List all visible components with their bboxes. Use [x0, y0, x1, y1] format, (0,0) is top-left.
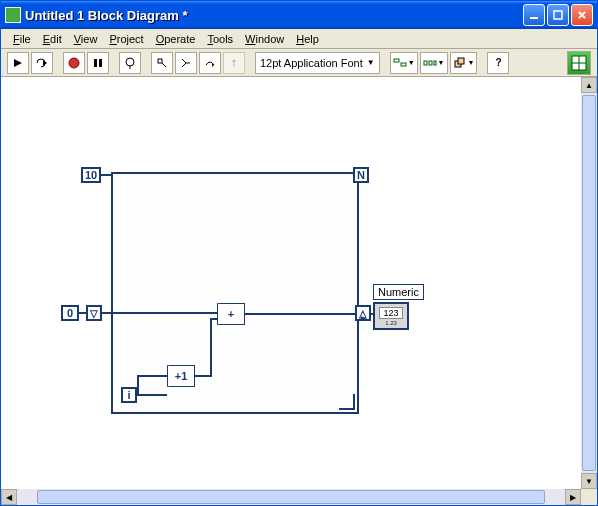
dropdown-arrow-icon: ▼: [468, 59, 475, 66]
svg-rect-8: [99, 59, 102, 67]
scroll-thumb[interactable]: [37, 490, 545, 504]
vertical-scrollbar[interactable]: ▲ ▼: [581, 77, 597, 489]
svg-rect-20: [429, 61, 432, 65]
scroll-corner: [581, 489, 597, 505]
wire[interactable]: [137, 375, 139, 395]
context-help-button[interactable]: ?: [487, 52, 509, 74]
retain-wire-values-button[interactable]: [151, 52, 173, 74]
reorder-button[interactable]: ▼: [450, 52, 478, 74]
svg-rect-0: [530, 17, 538, 19]
step-into-icon: [180, 57, 192, 69]
indicator-terminal[interactable]: 123 1.23: [373, 302, 409, 330]
application-window: Untitled 1 Block Diagram * File Edit Vie…: [0, 0, 598, 506]
maximize-icon: [553, 10, 563, 20]
pause-icon: [92, 57, 104, 69]
menu-operate[interactable]: Operate: [150, 31, 202, 47]
run-continuously-button[interactable]: [31, 52, 53, 74]
reorder-icon: [453, 57, 467, 69]
lightbulb-icon: [124, 57, 136, 69]
content-area: 10 N i 0 ▽ △ + +1 ▸ Numeric 123: [1, 77, 597, 505]
increment-node[interactable]: +1: [167, 365, 195, 387]
svg-marker-4: [14, 59, 22, 67]
distribute-icon: [423, 57, 437, 69]
toolbar: 12pt Application Font ▼ ▼ ▼ ▼ ?: [1, 49, 597, 77]
loop-count-constant[interactable]: 10: [81, 167, 101, 183]
loop-n-terminal[interactable]: N: [353, 167, 369, 183]
shift-register-init-constant[interactable]: 0: [61, 305, 79, 321]
menubar: File Edit View Project Operate Tools Win…: [1, 29, 597, 49]
add-node[interactable]: +: [217, 303, 245, 325]
svg-rect-23: [458, 58, 464, 64]
scroll-right-button[interactable]: ▶: [565, 489, 581, 505]
wire[interactable]: [102, 312, 217, 314]
svg-rect-21: [434, 61, 436, 65]
wire[interactable]: [210, 318, 212, 376]
highlight-execution-button[interactable]: [119, 52, 141, 74]
scroll-down-button[interactable]: ▼: [581, 473, 597, 489]
wire[interactable]: [137, 394, 167, 396]
step-into-button[interactable]: [175, 52, 197, 74]
scroll-track[interactable]: [17, 489, 565, 505]
menu-file[interactable]: File: [7, 31, 37, 47]
indicator-label[interactable]: Numeric: [373, 284, 424, 300]
titlebar[interactable]: Untitled 1 Block Diagram *: [1, 1, 597, 29]
app-icon: [5, 7, 21, 23]
minimize-button[interactable]: [523, 4, 545, 26]
menu-tools[interactable]: Tools: [201, 31, 239, 47]
wire[interactable]: [79, 312, 87, 314]
abort-button[interactable]: [63, 52, 85, 74]
menu-help[interactable]: Help: [290, 31, 325, 47]
svg-point-6: [69, 58, 79, 68]
maximize-button[interactable]: [547, 4, 569, 26]
vi-icon[interactable]: [567, 51, 591, 75]
scroll-up-button[interactable]: ▲: [581, 77, 597, 93]
wire[interactable]: [137, 375, 167, 377]
run-button[interactable]: [7, 52, 29, 74]
scroll-left-button[interactable]: ◀: [1, 489, 17, 505]
horizontal-scrollbar[interactable]: ◀ ▶: [1, 489, 581, 505]
for-loop-structure[interactable]: [111, 172, 359, 414]
probe-icon: [156, 57, 168, 69]
wire[interactable]: [244, 313, 356, 315]
step-out-icon: [228, 57, 240, 69]
align-objects-button[interactable]: ▼: [390, 52, 418, 74]
font-label: 12pt Application Font: [260, 57, 363, 69]
loop-i-terminal[interactable]: i: [121, 387, 137, 403]
step-over-button[interactable]: [199, 52, 221, 74]
scroll-thumb[interactable]: [582, 95, 596, 471]
svg-rect-11: [158, 59, 162, 63]
indicator-subvalue: 1.23: [385, 320, 397, 326]
svg-marker-16: [232, 59, 236, 62]
svg-rect-18: [401, 63, 406, 66]
dropdown-arrow-icon: ▼: [367, 58, 375, 67]
close-button[interactable]: [571, 4, 593, 26]
menu-window[interactable]: Window: [239, 31, 290, 47]
minimize-icon: [529, 10, 539, 20]
step-over-icon: [204, 57, 216, 69]
scroll-track[interactable]: [581, 93, 597, 473]
dropdown-arrow-icon: ▼: [408, 59, 415, 66]
vi-icon-glyph: [570, 54, 588, 72]
window-title: Untitled 1 Block Diagram *: [25, 8, 521, 23]
svg-rect-1: [554, 11, 562, 19]
menu-view[interactable]: View: [68, 31, 104, 47]
close-icon: [577, 10, 587, 20]
distribute-objects-button[interactable]: ▼: [420, 52, 448, 74]
block-diagram-canvas[interactable]: 10 N i 0 ▽ △ + +1 ▸ Numeric 123: [1, 77, 581, 489]
step-out-button[interactable]: [223, 52, 245, 74]
svg-rect-7: [94, 59, 97, 67]
run-loop-icon: [35, 57, 49, 69]
help-icon: ?: [495, 57, 501, 68]
pause-button[interactable]: [87, 52, 109, 74]
numeric-indicator[interactable]: ▸ Numeric 123 1.23: [373, 284, 424, 330]
shift-register-left[interactable]: ▽: [86, 305, 102, 321]
indicator-value: 123: [379, 307, 402, 319]
svg-rect-19: [424, 61, 427, 65]
svg-marker-5: [43, 60, 47, 66]
wire[interactable]: [210, 318, 218, 320]
menu-edit[interactable]: Edit: [37, 31, 68, 47]
font-selector[interactable]: 12pt Application Font ▼: [255, 52, 380, 74]
menu-project[interactable]: Project: [103, 31, 149, 47]
align-icon: [393, 57, 407, 69]
wire[interactable]: [101, 174, 111, 176]
